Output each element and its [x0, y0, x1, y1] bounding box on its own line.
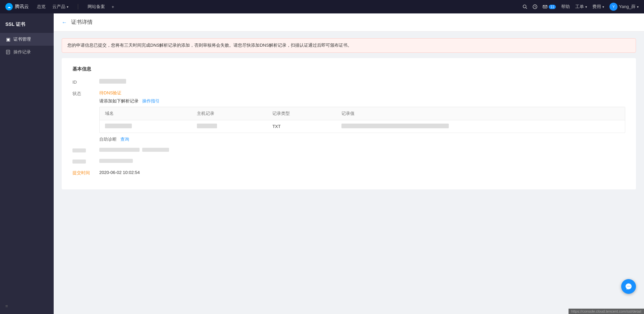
top-nav-right: 11 帮助 工单 ▾ 费用 ▾ Y Yang_薛 ▾	[523, 3, 639, 11]
page-title: 证书详情	[71, 19, 93, 26]
back-button[interactable]: ←	[62, 19, 67, 26]
cell-type: TXT	[267, 120, 336, 133]
domain-blurred	[105, 124, 132, 128]
dns-hint: 请添加如下解析记录	[99, 98, 139, 103]
alert-banner: 您的申请信息已提交，您将有三天时间完成DNS解析记录的添加，否则审核将会失败。请…	[62, 38, 636, 53]
search-button[interactable]	[523, 4, 527, 9]
clock-button[interactable]	[533, 4, 537, 9]
sidebar-item-op-record[interactable]: 操作记录	[0, 46, 54, 58]
svg-line-4	[535, 7, 536, 7]
basic-info-title: 基本信息	[72, 66, 625, 72]
top-nav-links: 总览 云产品 ▾ 网站备案 +	[37, 4, 114, 10]
id-label: ID	[72, 79, 99, 85]
dns-table-header-row: 域名 主机记录 记录类型 记录值	[100, 107, 625, 120]
check-link[interactable]: 查询	[120, 137, 129, 142]
id-value	[99, 79, 625, 85]
sidebar-title: SSL 证书	[0, 19, 54, 33]
extra-label-2	[72, 159, 99, 165]
host-blurred	[197, 124, 217, 128]
cell-host	[192, 120, 267, 133]
nav-add[interactable]: +	[112, 4, 114, 9]
logo-text: 腾讯云	[15, 4, 29, 10]
self-check-row: 自助诊断 查询	[99, 136, 625, 142]
sidebar-item-op-record-label: 操作记录	[13, 49, 31, 55]
cert-mgmt-icon: ▣	[5, 37, 11, 42]
user-name: Yang_薛	[619, 4, 636, 10]
table-row: TXT	[100, 120, 625, 133]
user-chevron: ▾	[637, 5, 639, 9]
col-value: 记录值	[336, 107, 625, 120]
self-check-label: 自助诊断	[99, 137, 117, 142]
submit-time-value: 2020-06-02 10:02:54	[99, 170, 140, 175]
user-menu[interactable]: Y Yang_薛 ▾	[609, 3, 639, 11]
nav-website-record[interactable]: 网站备案	[88, 4, 105, 10]
dns-hint-row: 请添加如下解析记录 操作指引	[99, 98, 625, 104]
col-type: 记录类型	[267, 107, 336, 120]
svg-point-12	[630, 286, 630, 287]
nav-products[interactable]: 云产品 ▾	[52, 4, 68, 10]
help-link[interactable]: 帮助	[561, 4, 570, 10]
id-blurred	[99, 79, 126, 84]
col-domain: 域名	[100, 107, 192, 120]
mail-button[interactable]: 11	[543, 4, 556, 9]
extra-value-2	[99, 159, 625, 164]
float-chat-button[interactable]	[621, 279, 636, 294]
page-header: ← 证书详情	[54, 13, 644, 32]
app-link[interactable]: 费用 ▾	[592, 4, 604, 10]
mail-badge: 11	[549, 5, 556, 9]
dns-table: 域名 主机记录 记录类型 记录值	[100, 107, 625, 133]
submit-time-label: 提交时间	[72, 170, 99, 176]
bottom-url-bar: https://console.cloud.tencent.com/ssl/de…	[569, 309, 644, 314]
app-chevron: ▾	[602, 5, 604, 9]
nav-overview[interactable]: 总览	[37, 4, 46, 10]
op-record-icon	[5, 49, 11, 55]
sidebar-item-cert-mgmt-label: 证书管理	[13, 36, 31, 42]
nav-divider	[78, 4, 78, 9]
sidebar: SSL 证书 ▣ 证书管理 操作记录 ≡	[0, 13, 54, 314]
status-label: 状态	[72, 90, 99, 97]
svg-point-11	[628, 286, 629, 287]
top-navigation: ☁ 腾讯云 总览 云产品 ▾ 网站备案 + 11 帮助 工单 ▾ 费用 ▾ Y …	[0, 0, 644, 13]
tools-chevron: ▾	[585, 5, 587, 9]
value-blurred	[341, 124, 449, 128]
dns-table-container: 域名 主机记录 记录类型 记录值	[99, 107, 625, 133]
svg-point-0	[523, 5, 526, 8]
sidebar-item-cert-mgmt[interactable]: ▣ 证书管理	[0, 33, 54, 46]
logo[interactable]: ☁ 腾讯云	[5, 3, 29, 10]
tools-link[interactable]: 工单 ▾	[575, 4, 587, 10]
cell-domain	[100, 120, 192, 133]
status-row: 状态 待DNS验证 请添加如下解析记录 操作指引 域名 主机记录	[72, 90, 625, 142]
detail-card: 基本信息 ID 状态 待DNS验证 请添加如下解析记录 操作指引	[62, 58, 636, 189]
cell-value	[336, 120, 625, 133]
status-value: 待DNS验证	[99, 90, 625, 96]
extra-row-2	[72, 159, 625, 165]
svg-point-10	[627, 286, 628, 287]
status-value-container: 待DNS验证 请添加如下解析记录 操作指引 域名 主机记录 记录类型	[99, 90, 625, 142]
submit-time-row: 提交时间 2020-06-02 10:02:54	[72, 170, 625, 176]
sidebar-collapse-btn[interactable]: ≡	[5, 304, 8, 309]
id-row: ID	[72, 79, 625, 85]
extra-value-1	[99, 148, 625, 153]
extra-label-1	[72, 148, 99, 153]
user-avatar: Y	[609, 3, 618, 11]
alert-text: 您的申请信息已提交，您将有三天时间完成DNS解析记录的添加，否则审核将会失败。请…	[67, 43, 352, 48]
main-content: ← 证书详情 您的申请信息已提交，您将有三天时间完成DNS解析记录的添加，否则审…	[54, 13, 644, 314]
operation-guide-link[interactable]: 操作指引	[142, 98, 160, 103]
logo-icon: ☁	[5, 3, 13, 10]
svg-line-1	[526, 8, 527, 9]
col-host: 主机记录	[192, 107, 267, 120]
extra-row-1	[72, 148, 625, 153]
